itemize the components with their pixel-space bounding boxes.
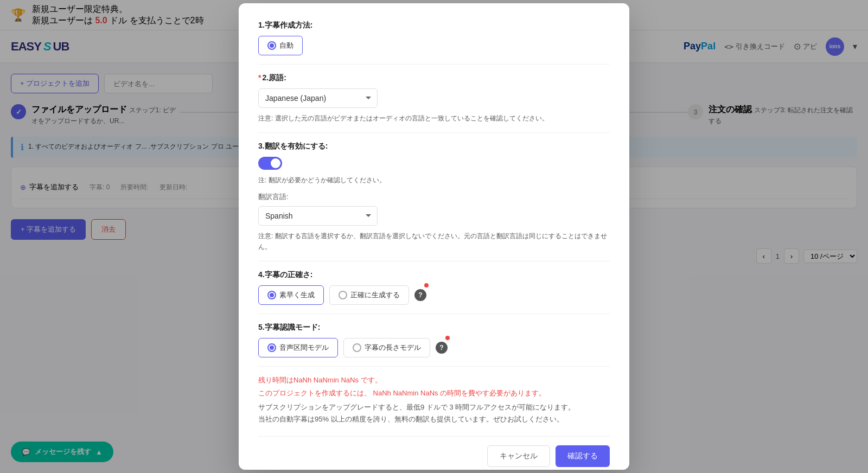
section5-label: 5.字幕認識モード: — [258, 323, 610, 333]
voice-radio-circle — [267, 343, 276, 352]
mode-dot — [445, 336, 450, 340]
modal-overlay: 1.字幕作成方法: 自動 *2.原語: Japanese (Japan) 注意:… — [0, 0, 868, 473]
cancel-button[interactable]: キャンセル — [487, 445, 550, 467]
accuracy-dot — [424, 283, 429, 287]
info-upgrade: サブスクリプションをアップグレードすると、最低9 ドルで 3 時間フルアクセスが… — [258, 401, 610, 413]
section4-label: 4.字幕の正確さ: — [258, 270, 610, 280]
method-radio-group: 自動 — [258, 36, 610, 55]
mode-radio-group: 音声区間モデル 字幕の長さモデル ? — [258, 338, 610, 357]
method-auto-option[interactable]: 自動 — [258, 36, 303, 55]
mode-help-wrapper: ? — [436, 338, 448, 357]
info-cost: このプロジェクトを作成するには、 NaNh NaNmin NaNs の時間を費や… — [258, 388, 610, 398]
translation-note: 注: 翻訳が必要かどうか確認してください。 — [258, 175, 610, 186]
translation-language-label: 翻訳言語: — [258, 192, 610, 202]
accuracy-help-icon[interactable]: ? — [414, 289, 426, 301]
section2-label: *2.原語: — [258, 73, 610, 83]
confirm-button[interactable]: 確認する — [556, 445, 610, 467]
fast-radio-circle — [267, 291, 276, 299]
divider-5 — [258, 366, 610, 367]
precise-radio-circle — [339, 291, 347, 299]
divider-2 — [258, 132, 610, 133]
length-radio-circle — [353, 343, 361, 352]
modal-footer: キャンセル 確認する — [258, 436, 610, 467]
source-language-note: 注意: 選択した元の言語がビデオまたはオーディオの言語と一致していることを確認し… — [258, 113, 610, 124]
accuracy-help-wrapper: ? — [414, 285, 426, 305]
translation-toggle-wrapper — [258, 157, 610, 170]
translation-toggle[interactable] — [258, 157, 282, 170]
section1-label: 1.字幕作成方法: — [258, 21, 610, 30]
fast-accuracy-option[interactable]: 素早く生成 — [258, 285, 324, 305]
precise-accuracy-option[interactable]: 正確に生成する — [329, 285, 409, 305]
source-language-select[interactable]: Japanese (Japan) — [258, 88, 378, 108]
length-mode-option[interactable]: 字幕の長さモデル — [343, 338, 430, 357]
divider-1 — [258, 64, 610, 65]
info-remaining: 残り時間はNaNh NaNmin NaNs です。 — [258, 375, 610, 385]
accuracy-radio-group: 素早く生成 正確に生成する ? — [258, 285, 610, 305]
info-quality: 当社の自動字幕は95% 以上の精度を誇り、無料の翻訳も提供しています。ぜひお試し… — [258, 413, 610, 425]
divider-4 — [258, 314, 610, 314]
translation-language-note: 注意: 翻訳する言語を選択するか、翻訳言語を選択しないでください。元の言語と翻訳… — [258, 231, 610, 252]
translation-language-select[interactable]: Spanish — [258, 206, 378, 226]
voice-mode-option[interactable]: 音声区間モデル — [258, 338, 338, 357]
mode-help-icon[interactable]: ? — [436, 342, 448, 354]
auto-radio-circle — [267, 41, 276, 50]
divider-3 — [258, 261, 610, 261]
section3-label: 3.翻訳を有効にする: — [258, 142, 610, 151]
modal: 1.字幕作成方法: 自動 *2.原語: Japanese (Japan) 注意:… — [239, 3, 629, 470]
